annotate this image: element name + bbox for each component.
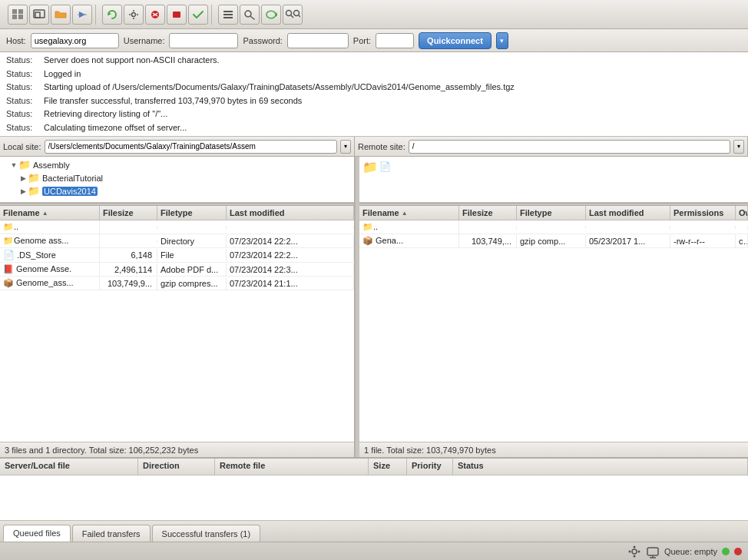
svg-point-25 <box>633 545 635 548</box>
local-row-dsstore[interactable]: 📄.DS_Store 6,148 File 07/23/2014 22:2... <box>0 248 354 263</box>
tree-arrow-ucdavis: ▶ <box>18 187 28 195</box>
local-cell-up-size <box>100 226 157 229</box>
password-input[interactable] <box>287 33 349 48</box>
stop-button[interactable] <box>167 5 187 25</box>
port-input[interactable] <box>376 33 414 48</box>
settings-button[interactable] <box>124 5 144 25</box>
cancel-button[interactable] <box>145 5 165 25</box>
quickconnect-button[interactable]: Quickconnect <box>419 32 491 49</box>
tree-arrow-bacterial: ▶ <box>18 174 28 182</box>
queue-button[interactable] <box>218 5 238 25</box>
gzip-icon-local: 📦 <box>3 278 14 287</box>
remote-row-gzip[interactable]: 📦Gena... 103,749,... gzip comp... 05/23/… <box>359 234 748 248</box>
status-text-4: Retrieving directory listing of "/"... <box>44 108 167 121</box>
local-site-dropdown[interactable]: ▾ <box>340 140 351 154</box>
queue-col-status[interactable]: Status <box>453 459 748 475</box>
tab-queued-files[interactable]: Queued files <box>3 525 71 542</box>
remote-col-filetype[interactable]: Filetype <box>517 206 586 220</box>
host-input[interactable] <box>31 33 119 48</box>
remote-site-dropdown[interactable]: ▾ <box>733 140 744 154</box>
local-cell-ds-type: File <box>157 249 227 261</box>
find-files-button[interactable] <box>283 5 303 25</box>
status-text-3: File transfer successful, transferred 10… <box>44 94 302 108</box>
svg-point-24 <box>632 549 637 554</box>
local-panel: ▼ 📁 Assembly ▶ 📁 BacterialTutorial ▶ 📁 U… <box>0 157 355 457</box>
quickconnect-dropdown[interactable]: ▾ <box>496 32 508 49</box>
main-panels: ▼ 📁 Assembly ▶ 📁 BacterialTutorial ▶ 📁 U… <box>0 157 748 457</box>
app-status-bar: Queue: empty <box>0 542 748 560</box>
local-row-genomepdf[interactable]: 📕Genome Asse. 2,496,114 Adobe PDF d... 0… <box>0 263 354 277</box>
local-file-header: Filename ▲ Filesize Filetype Last modifi… <box>0 206 354 220</box>
network-icon[interactable] <box>646 545 660 558</box>
search-files-button[interactable] <box>240 5 260 25</box>
sync-browse-button[interactable] <box>261 5 281 25</box>
remote-tree: 📁 📄 <box>359 157 748 203</box>
folder-icon-bacterial: 📁 <box>28 172 40 184</box>
refresh-button[interactable] <box>102 5 122 25</box>
remote-cell-gz-mod: 05/23/2017 1... <box>586 235 670 247</box>
local-row-genomeass[interactable]: 📁Genome ass... Directory 07/23/2014 22:2… <box>0 234 354 248</box>
local-row-gzip[interactable]: 📦Genome_ass... 103,749,9... gzip compres… <box>0 277 354 290</box>
status-icons: Queue: empty <box>627 545 742 558</box>
local-cell-up-name: 📁.. <box>0 220 100 234</box>
remote-cell-up-mod <box>586 226 670 229</box>
svg-rect-16 <box>223 17 233 18</box>
tree-arrow-assembly: ▼ <box>9 161 18 169</box>
tree-item-bacterial[interactable]: ▶ 📁 BacterialTutorial <box>3 171 351 184</box>
tree-item-assembly[interactable]: ▼ 📁 Assembly <box>3 158 351 171</box>
site-manager-button[interactable] <box>8 5 28 25</box>
sort-arrow-remote-filename: ▲ <box>402 210 408 217</box>
local-site-input[interactable] <box>45 140 337 154</box>
local-row-up[interactable]: 📁.. <box>0 220 354 234</box>
svg-marker-19 <box>276 12 277 17</box>
remote-panel-status: 1 file. Total size: 103,749,970 bytes <box>359 442 748 457</box>
new-tab-button[interactable] <box>29 5 49 25</box>
remote-cell-gz-type: gzip comp... <box>517 235 586 247</box>
username-input[interactable] <box>169 33 238 48</box>
queue-col-server[interactable]: Server/Local file <box>0 459 138 475</box>
remote-col-filename[interactable]: Filename ▲ <box>359 206 459 220</box>
port-label: Port: <box>353 36 371 45</box>
local-cell-ga-name: 📁Genome ass... <box>0 234 100 247</box>
remote-row-up[interactable]: 📁.. <box>359 220 748 234</box>
toolbar <box>0 0 748 29</box>
remote-site-input[interactable] <box>409 140 730 154</box>
local-col-filesize[interactable]: Filesize <box>100 206 157 220</box>
remote-col-permissions[interactable]: Permissions <box>670 206 736 220</box>
status-text-2: Starting upload of /Users/clements/Docum… <box>44 81 515 94</box>
svg-line-21 <box>291 15 293 18</box>
local-cell-gz-size: 103,749,9... <box>100 277 157 290</box>
status-label-3: Status: <box>6 94 41 108</box>
queue-status-text: Queue: empty <box>664 547 717 556</box>
queue-col-remote[interactable]: Remote file <box>215 459 369 475</box>
queue-col-priority[interactable]: Priority <box>407 459 453 475</box>
local-cell-pdf-mod: 07/23/2014 22:3... <box>227 263 354 276</box>
queue-col-size[interactable]: Size <box>369 459 407 475</box>
local-col-filename[interactable]: Filename ▲ <box>0 206 100 220</box>
tree-label-bacterial: BacterialTutorial <box>42 174 103 183</box>
svg-point-22 <box>294 10 300 15</box>
local-cell-ds-size: 6,148 <box>100 249 157 261</box>
username-label: Username: <box>124 36 165 45</box>
tab-failed-transfers[interactable]: Failed transfers <box>72 525 151 542</box>
local-col-lastmod[interactable]: Last modified <box>227 206 354 220</box>
queue-col-direction[interactable]: Direction <box>138 459 215 475</box>
folder-up-icon: 📁 <box>3 222 14 231</box>
queue-content <box>0 476 748 520</box>
svg-rect-13 <box>173 12 180 18</box>
tree-item-ucdavis[interactable]: ▶ 📁 UCDavis2014 <box>3 184 351 197</box>
remote-col-lastmod[interactable]: Last modified <box>586 206 670 220</box>
open-folder-button[interactable] <box>51 5 71 25</box>
status-row-5: Status: Calculating timezone offset of s… <box>6 121 742 135</box>
remote-col-owner[interactable]: Owner/Group <box>736 206 748 220</box>
local-cell-pdf-type: Adobe PDF d... <box>157 263 227 276</box>
settings-icon[interactable] <box>627 545 641 558</box>
svg-rect-14 <box>223 11 233 12</box>
remote-col-filesize[interactable]: Filesize <box>459 206 517 220</box>
transfer-button[interactable] <box>72 5 92 25</box>
tab-successful-transfers[interactable]: Successful transfers (1) <box>152 525 261 542</box>
local-col-filetype[interactable]: Filetype <box>157 206 227 220</box>
local-status-text: 3 files and 1 directory. Total size: 106… <box>5 446 198 455</box>
ok-button[interactable] <box>188 5 208 25</box>
gzip-icon-remote: 📦 <box>362 236 373 245</box>
